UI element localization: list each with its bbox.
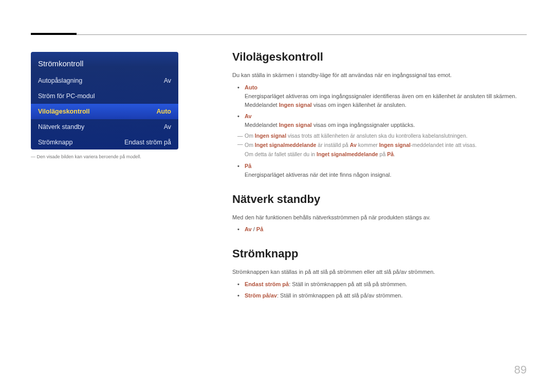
content-area: Vilolägeskontroll Du kan ställa in skärm… (232, 50, 527, 303)
auto-desc-2b: visas om ingen källenhet är ansluten. (312, 102, 406, 108)
bullet-endast-strom-pa: Endast ström på: Ställ in strömknappen p… (245, 280, 527, 289)
bullet-auto: Auto Energisparläget aktiveras om inga i… (245, 83, 527, 109)
panel-row-natverk-standby[interactable]: Nätverk standby Av (31, 119, 178, 135)
section3-list: Endast ström på: Ställ in strömknappen p… (245, 280, 527, 300)
panel-row-label: Vilolägeskontroll (38, 108, 90, 115)
bullet-strom-pa-av: Ström på/av: Ställ in strömknappen på at… (245, 291, 527, 300)
panel-row-vilolageskontroll[interactable]: Vilolägeskontroll Auto (31, 104, 178, 119)
settings-panel: Strömkontroll Autopåslagning Av Ström fö… (31, 52, 178, 150)
s2-sep: / (252, 226, 256, 232)
panel-row-label: Nätverk standby (38, 123, 84, 130)
panel-row-value: Endast ström på (124, 139, 171, 146)
panel-row-autopaslagning[interactable]: Autopåslagning Av (31, 73, 178, 88)
header-accent (31, 33, 77, 35)
header-rule (31, 34, 527, 35)
auto-desc-2a: Meddelandet (245, 102, 279, 108)
section3-intro: Strömknappen kan ställas in på att slå p… (232, 268, 527, 276)
pa-desc: Energisparläget aktiveras när det inte f… (245, 172, 392, 178)
s2-pa: På (256, 226, 263, 232)
opt-auto: Auto (245, 84, 257, 90)
panel-footnote: Den visade bilden kan variera beroende p… (31, 154, 185, 159)
note-line-3: Om detta är fallet ställer du in Inget s… (245, 150, 527, 158)
panel-row-value: Av (164, 123, 171, 130)
bullet-av: Av Meddelandet Ingen signal visas om ing… (245, 112, 527, 159)
section1-intro: Du kan ställa in skärmen i standby-läge … (232, 71, 527, 80)
panel-row-value: Auto (157, 108, 171, 115)
page-number: 89 (514, 363, 527, 377)
panel-title: Strömkontroll (31, 57, 178, 73)
bullet-av-pa: Av / På (245, 225, 527, 234)
note-dash-icon: ― (237, 140, 243, 148)
panel-row-stromknapp[interactable]: Strömknapp Endast ström på (31, 135, 178, 150)
panel-row-pcmodul[interactable]: Ström för PC-modul (31, 88, 178, 104)
opt-pa: På (245, 163, 251, 169)
section2-list: Av / På (245, 225, 527, 234)
note-dash-icon: ― (237, 132, 243, 140)
s3-b2-em: Ström på/av (245, 292, 277, 298)
auto-desc-2em: Ingen signal (279, 102, 312, 108)
opt-av: Av (245, 113, 252, 119)
note-line-2: Om Inget signalmeddelande är inställd på… (245, 141, 527, 149)
section-title-stromknapp: Strömknapp (232, 247, 527, 260)
s3-b1-rest: : Ställ in strömknappen på att slå på st… (289, 281, 407, 287)
section-title-natverk-standby: Nätverk standby (232, 193, 527, 206)
panel-row-label: Strömknapp (38, 139, 72, 146)
av-desc-b: visas om inga ingångssignaler upptäcks. (312, 122, 415, 128)
s3-b1-em: Endast ström på (245, 281, 289, 287)
av-desc-em: Ingen signal (279, 122, 312, 128)
panel-row-label: Ström för PC-modul (38, 92, 95, 100)
bullet-pa: På Energisparläget aktiveras när det int… (245, 162, 527, 179)
note-line-1: Om Ingen signal visas trots att källenhe… (245, 132, 527, 140)
section-title-vilolageskontroll: Vilolägeskontroll (232, 50, 527, 64)
panel-row-value: Av (164, 77, 171, 84)
panel-row-label: Autopåslagning (38, 77, 82, 84)
section2-intro: Med den här funktionen behålls nätverkss… (232, 213, 527, 222)
s3-b2-rest: : Ställ in strömknappen på att slå på/av… (277, 292, 403, 298)
auto-desc-1: Energisparläget aktiveras om inga ingång… (245, 93, 517, 99)
av-desc-a: Meddelandet (245, 122, 279, 128)
section1-list: Auto Energisparläget aktiveras om inga i… (245, 83, 527, 179)
note-block: ― Om Ingen signal visas trots att källen… (245, 132, 527, 159)
s2-av: Av (245, 226, 252, 232)
